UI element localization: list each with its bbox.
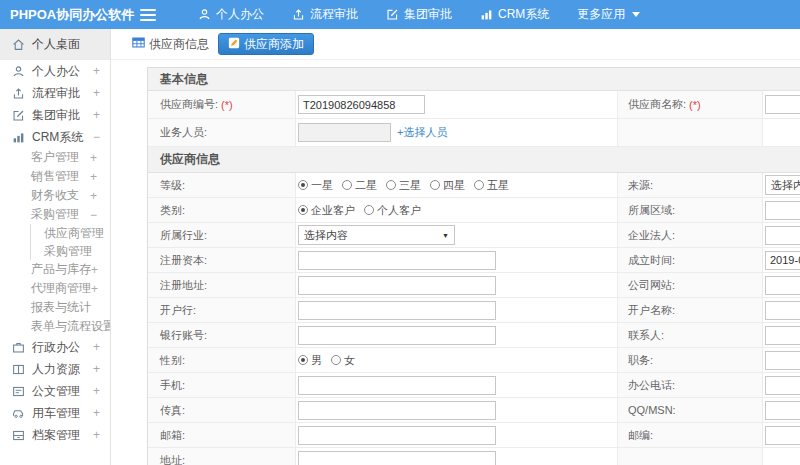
sidebar-item-customer-mgmt[interactable]: 客户管理+ bbox=[0, 148, 110, 167]
radio-checked-icon bbox=[298, 180, 308, 190]
industry-select[interactable]: 选择内容▼ bbox=[298, 225, 455, 245]
archive-icon bbox=[12, 429, 25, 442]
nav-more-apps[interactable]: 更多应用 bbox=[577, 6, 640, 23]
sidebar-item-hr[interactable]: 人力资源 + bbox=[0, 358, 110, 380]
collapse-icon: − bbox=[93, 130, 100, 144]
grade-option-3star[interactable]: 三星 bbox=[386, 178, 421, 193]
grade-option-5star[interactable]: 五星 bbox=[474, 178, 509, 193]
contact-input[interactable] bbox=[765, 326, 800, 345]
position-input[interactable] bbox=[765, 351, 800, 370]
edit-icon bbox=[386, 8, 399, 21]
gender-option-male[interactable]: 男 bbox=[298, 353, 322, 368]
radio-checked-icon bbox=[298, 355, 308, 365]
office-phone-input[interactable] bbox=[765, 376, 800, 395]
form-row-staff: 业务人员: +选择人员 bbox=[148, 119, 800, 147]
required-mark: (*) bbox=[689, 99, 701, 111]
sidebar-item-supplier-mgmt[interactable]: 供应商管理 bbox=[30, 224, 110, 242]
sidebar-item-procurement-mgmt[interactable]: 采购管理 bbox=[30, 242, 110, 260]
nav-personal-office[interactable]: 个人办公 bbox=[198, 6, 264, 23]
form-row-grade: 等级: 一星 二星 三星 四星 五星 来源: 选择内容▼ bbox=[148, 173, 800, 198]
expand-icon: + bbox=[93, 428, 100, 442]
sidebar-item-agent-mgmt[interactable]: 代理商管理+ bbox=[0, 279, 110, 298]
sidebar-item-admin-office[interactable]: 行政办公 + bbox=[0, 336, 110, 358]
category-option-personal[interactable]: 个人客户 bbox=[364, 203, 421, 218]
legal-person-label: 企业法人: bbox=[628, 228, 675, 243]
account-name-input[interactable] bbox=[765, 301, 800, 320]
expand-icon: + bbox=[90, 170, 97, 184]
sidebar-item-personal-office[interactable]: 个人办公 + bbox=[0, 60, 110, 82]
sidebar-item-document-mgmt[interactable]: 公文管理 + bbox=[0, 380, 110, 402]
staff-input[interactable] bbox=[298, 123, 391, 142]
radio-icon bbox=[386, 180, 396, 190]
table-icon bbox=[132, 36, 145, 52]
registered-capital-input[interactable] bbox=[298, 251, 496, 270]
tab-supplier-list[interactable]: 供应商信息 bbox=[132, 36, 209, 53]
account-name-label: 开户名称: bbox=[628, 303, 675, 318]
category-radio-group: 企业客户 个人客户 bbox=[298, 203, 421, 218]
source-label: 来源: bbox=[628, 178, 653, 193]
bank-account-input[interactable] bbox=[298, 326, 496, 345]
expand-icon: + bbox=[90, 189, 97, 203]
gender-option-female[interactable]: 女 bbox=[331, 353, 355, 368]
select-staff-link[interactable]: +选择人员 bbox=[397, 125, 447, 140]
supplier-name-input[interactable] bbox=[765, 95, 800, 114]
qq-msn-input[interactable] bbox=[765, 401, 800, 420]
form-row-bank: 开户行: 开户名称: bbox=[148, 298, 800, 323]
sidebar-item-group-approval[interactable]: 集团审批 + bbox=[0, 104, 110, 126]
radio-icon bbox=[342, 180, 352, 190]
collapse-icon: − bbox=[90, 208, 97, 222]
address-label: 地址: bbox=[160, 453, 185, 465]
form-row-gender: 性别: 男 女 职务: bbox=[148, 348, 800, 373]
registered-address-label: 注册地址: bbox=[160, 278, 207, 293]
sidebar-item-personal-desktop[interactable]: 个人桌面 bbox=[0, 29, 110, 60]
form-row-mobile: 手机: 办公电话: bbox=[148, 373, 800, 398]
region-label: 所属区域: bbox=[628, 203, 675, 218]
nav-crm-system[interactable]: CRM系统 bbox=[480, 6, 549, 23]
form-row-email: 邮箱: 邮编: bbox=[148, 423, 800, 448]
tab-supplier-add[interactable]: 供应商添加 bbox=[218, 33, 314, 55]
sidebar-item-archive-mgmt[interactable]: 档案管理 + bbox=[0, 424, 110, 446]
topbar: PHPOA协同办公软件 个人办公 流程审批 集团审批 CRM系统 更多应用 bbox=[0, 0, 800, 29]
form-row-registered-capital: 注册资本: 成立时间: bbox=[148, 248, 800, 273]
sidebar-item-crm[interactable]: CRM系统 − bbox=[0, 126, 110, 148]
sidebar-item-reports[interactable]: 报表与统计 bbox=[0, 298, 110, 317]
sidebar-item-vehicle-mgmt[interactable]: 用车管理 + bbox=[0, 402, 110, 424]
grade-option-1star[interactable]: 一星 bbox=[298, 178, 333, 193]
email-label: 邮箱: bbox=[160, 428, 185, 443]
mobile-input[interactable] bbox=[298, 376, 496, 395]
region-input[interactable] bbox=[765, 201, 800, 220]
expand-icon: + bbox=[91, 263, 98, 277]
radio-icon bbox=[331, 355, 341, 365]
grade-option-4star[interactable]: 四星 bbox=[430, 178, 465, 193]
sidebar-item-sales-mgmt[interactable]: 销售管理+ bbox=[0, 167, 110, 186]
website-input[interactable] bbox=[765, 276, 800, 295]
sidebar-item-form-workflow-settings[interactable]: 表单与流程设置+ bbox=[0, 317, 110, 336]
registered-address-input[interactable] bbox=[298, 276, 496, 295]
nav-group-approval[interactable]: 集团审批 bbox=[386, 6, 452, 23]
establish-date-label: 成立时间: bbox=[628, 253, 675, 268]
sidebar-item-product-inventory[interactable]: 产品与库存+ bbox=[0, 260, 110, 279]
category-option-company[interactable]: 企业客户 bbox=[298, 203, 355, 218]
establish-date-input[interactable] bbox=[765, 251, 800, 270]
sidebar-item-purchase-mgmt[interactable]: 采购管理− bbox=[0, 205, 110, 224]
postcode-input[interactable] bbox=[765, 426, 800, 445]
expand-icon: + bbox=[93, 340, 100, 354]
qq-msn-label: QQ/MSN: bbox=[628, 404, 676, 416]
menu-toggle-icon[interactable] bbox=[140, 9, 156, 21]
sidebar-item-workflow-approval[interactable]: 流程审批 + bbox=[0, 82, 110, 104]
legal-person-input[interactable] bbox=[765, 226, 800, 245]
supplier-code-input[interactable] bbox=[298, 95, 425, 114]
fax-input[interactable] bbox=[298, 401, 496, 420]
grade-option-2star[interactable]: 二星 bbox=[342, 178, 377, 193]
email-input[interactable] bbox=[298, 426, 496, 445]
bank-input[interactable] bbox=[298, 301, 496, 320]
form-row-registered-address: 注册地址: 公司网站: bbox=[148, 273, 800, 298]
source-select[interactable]: 选择内容▼ bbox=[765, 175, 800, 195]
nav-workflow-approval[interactable]: 流程审批 bbox=[292, 6, 358, 23]
fax-label: 传真: bbox=[160, 403, 185, 418]
top-nav: 个人办公 流程审批 集团审批 CRM系统 更多应用 bbox=[198, 6, 640, 23]
sidebar-item-finance[interactable]: 财务收支+ bbox=[0, 186, 110, 205]
address-input[interactable] bbox=[298, 451, 496, 465]
home-icon bbox=[12, 38, 25, 51]
bar-chart-icon bbox=[12, 131, 25, 144]
